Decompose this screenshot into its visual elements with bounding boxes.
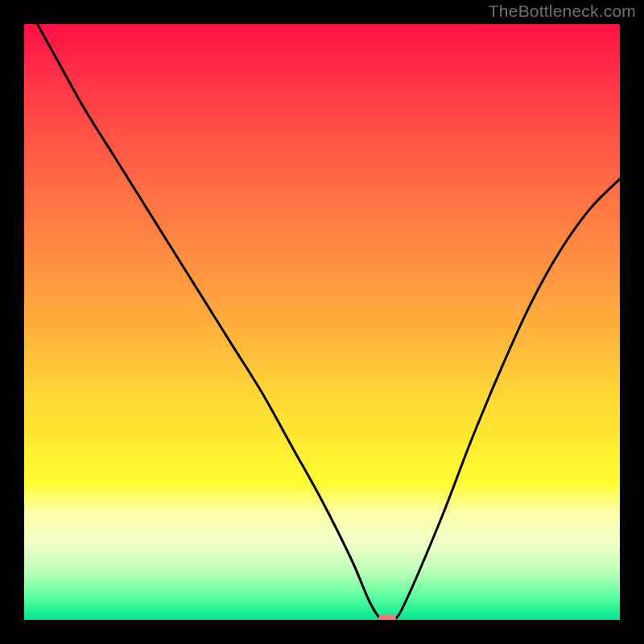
curve-path [24,24,620,620]
attribution-text: TheBottleneck.com [489,2,636,21]
plot-area [24,24,620,620]
optimal-marker [378,614,396,620]
bottleneck-curve [24,24,620,620]
chart-frame: TheBottleneck.com [0,0,644,644]
